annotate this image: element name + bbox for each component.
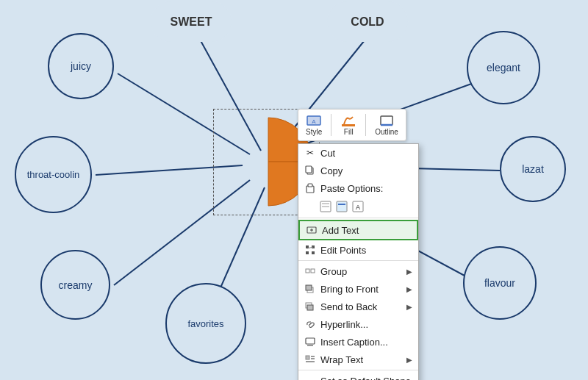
ctx-copy-label: Copy	[320, 165, 343, 176]
wrap-arrow: ▶	[406, 356, 412, 364]
ctx-caption[interactable]: Insert Caption...	[298, 333, 418, 351]
ctx-group-label: Group	[320, 266, 347, 277]
svg-rect-31	[306, 251, 309, 254]
editpoints-icon	[304, 244, 316, 256]
send-back-arrow: ▶	[406, 303, 412, 311]
ctx-caption-label: Insert Caption...	[320, 337, 388, 348]
group-icon	[304, 265, 316, 277]
node-sweet: SWEET	[151, 1, 232, 42]
ctx-wrap-label: Wrap Text	[320, 354, 363, 365]
addtext-icon	[306, 224, 318, 236]
hyperlink-icon	[304, 318, 316, 330]
ctx-paste[interactable]: Paste Options:	[298, 179, 418, 197]
ctx-sep-1	[298, 218, 418, 218]
svg-line-40	[309, 323, 312, 326]
svg-rect-32	[312, 251, 315, 254]
ctx-wrap[interactable]: Wrap Text ▶	[298, 351, 418, 368]
ctx-hyperlink[interactable]: Hyperlink...	[298, 315, 418, 333]
node-favorites: favorites	[165, 283, 246, 364]
ctx-sep-3	[298, 370, 418, 370]
context-menu: ✂ Cut Copy Paste Options: A	[298, 143, 419, 380]
ctx-hyperlink-label: Hyperlink...	[320, 319, 368, 330]
svg-rect-41	[306, 338, 315, 344]
ctx-bring-front-label: Bring to Front	[320, 284, 379, 295]
node-creamy: creamy	[40, 250, 110, 320]
bringfront-icon	[304, 283, 316, 295]
outline-button[interactable]: Outline	[372, 112, 401, 137]
ctx-cut[interactable]: ✂ Cut	[298, 144, 418, 162]
svg-rect-16	[306, 166, 312, 173]
svg-rect-34	[306, 269, 309, 273]
ctx-paste-label: Paste Options:	[320, 183, 383, 194]
svg-rect-20	[322, 203, 329, 204]
ctx-edit-points[interactable]: Edit Points	[298, 241, 418, 259]
svg-rect-12	[342, 124, 355, 126]
svg-rect-21	[322, 206, 329, 207]
ctx-edit-points-label: Edit Points	[320, 245, 366, 256]
mini-toolbar: A Style Fill Outline	[298, 109, 406, 141]
mindmap-canvas: SWEET COLD juicy elegant throat-coolin l…	[0, 0, 588, 380]
ctx-add-text-label: Add Text	[322, 225, 359, 236]
ctx-group[interactable]: Group ▶	[298, 262, 418, 280]
wrap-icon	[304, 354, 316, 365]
ctx-copy[interactable]: Copy	[298, 162, 418, 179]
node-cold: COLD	[327, 1, 408, 42]
node-lazat: lazat	[500, 136, 566, 202]
ctx-paste-options-row: A	[298, 197, 418, 216]
ctx-send-back-label: Send to Back	[320, 301, 377, 312]
ctx-add-text[interactable]: Add Text	[298, 220, 418, 240]
default-shape-icon	[304, 375, 316, 380]
ctx-default-shape-label: Set as Default Shape	[320, 376, 411, 381]
svg-rect-13	[381, 116, 392, 125]
sendback-icon	[304, 301, 316, 312]
svg-rect-37	[306, 285, 312, 290]
paste-icon	[304, 182, 316, 194]
ctx-send-back[interactable]: Send to Back ▶	[298, 298, 418, 315]
node-elegant: elegant	[467, 31, 540, 104]
svg-text:A: A	[356, 204, 360, 211]
svg-rect-23	[338, 204, 345, 205]
group-arrow: ▶	[406, 268, 412, 276]
toolbar-separator-1	[331, 114, 331, 136]
toolbar-separator-2	[365, 114, 366, 136]
ctx-default-shape[interactable]: Set as Default Shape	[298, 372, 418, 380]
node-flavour: flavour	[463, 246, 537, 320]
ctx-bring-front[interactable]: Bring to Front ▶	[298, 280, 418, 298]
svg-text:A: A	[312, 118, 316, 125]
svg-rect-22	[337, 201, 347, 212]
bring-front-arrow: ▶	[406, 285, 412, 293]
caption-icon	[304, 336, 316, 348]
svg-rect-18	[308, 184, 312, 187]
svg-rect-35	[311, 269, 315, 273]
cut-icon: ✂	[304, 147, 316, 159]
node-juicy: juicy	[48, 33, 114, 99]
ctx-sep-2	[298, 260, 418, 261]
node-throat: throat-coolin	[15, 136, 92, 213]
fill-button[interactable]: Fill	[337, 112, 359, 137]
svg-rect-39	[307, 305, 313, 310]
ctx-cut-label: Cut	[320, 148, 335, 159]
copy-icon	[304, 165, 316, 176]
svg-rect-43	[306, 356, 309, 359]
style-button[interactable]: A Style	[303, 112, 325, 137]
